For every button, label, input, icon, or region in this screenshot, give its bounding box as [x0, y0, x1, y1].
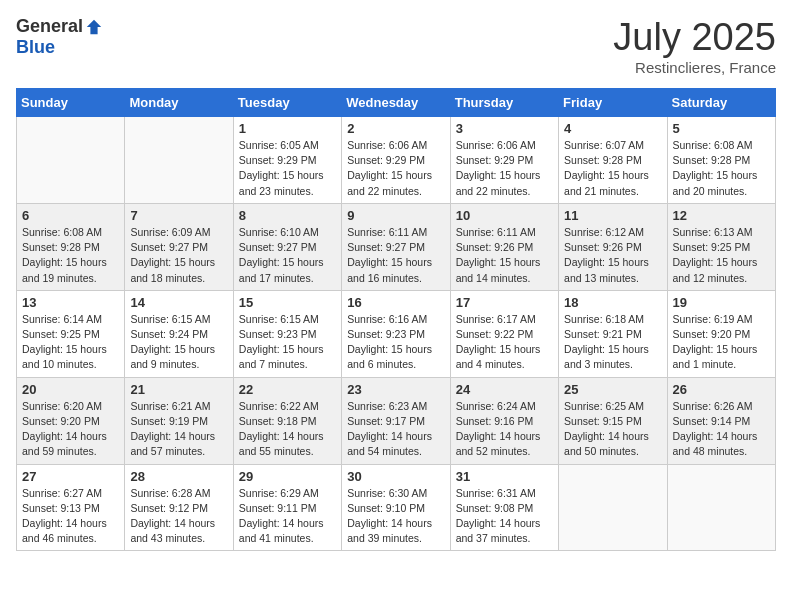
weekday-header-row: SundayMondayTuesdayWednesdayThursdayFrid… — [17, 89, 776, 117]
day-info: Sunrise: 6:15 AM Sunset: 9:23 PM Dayligh… — [239, 312, 336, 373]
day-info: Sunrise: 6:28 AM Sunset: 9:12 PM Dayligh… — [130, 486, 227, 547]
calendar-cell: 19Sunrise: 6:19 AM Sunset: 9:20 PM Dayli… — [667, 290, 775, 377]
day-info: Sunrise: 6:23 AM Sunset: 9:17 PM Dayligh… — [347, 399, 444, 460]
calendar-cell: 22Sunrise: 6:22 AM Sunset: 9:18 PM Dayli… — [233, 377, 341, 464]
calendar-cell: 2Sunrise: 6:06 AM Sunset: 9:29 PM Daylig… — [342, 117, 450, 204]
day-info: Sunrise: 6:05 AM Sunset: 9:29 PM Dayligh… — [239, 138, 336, 199]
calendar-cell: 7Sunrise: 6:09 AM Sunset: 9:27 PM Daylig… — [125, 203, 233, 290]
day-info: Sunrise: 6:06 AM Sunset: 9:29 PM Dayligh… — [347, 138, 444, 199]
day-number: 29 — [239, 469, 336, 484]
day-number: 24 — [456, 382, 553, 397]
logo-general-text: General — [16, 16, 83, 37]
day-info: Sunrise: 6:14 AM Sunset: 9:25 PM Dayligh… — [22, 312, 119, 373]
day-number: 4 — [564, 121, 661, 136]
calendar-cell: 31Sunrise: 6:31 AM Sunset: 9:08 PM Dayli… — [450, 464, 558, 551]
day-info: Sunrise: 6:24 AM Sunset: 9:16 PM Dayligh… — [456, 399, 553, 460]
day-info: Sunrise: 6:12 AM Sunset: 9:26 PM Dayligh… — [564, 225, 661, 286]
calendar-week-row: 1Sunrise: 6:05 AM Sunset: 9:29 PM Daylig… — [17, 117, 776, 204]
day-info: Sunrise: 6:27 AM Sunset: 9:13 PM Dayligh… — [22, 486, 119, 547]
calendar-cell: 14Sunrise: 6:15 AM Sunset: 9:24 PM Dayli… — [125, 290, 233, 377]
calendar-cell: 12Sunrise: 6:13 AM Sunset: 9:25 PM Dayli… — [667, 203, 775, 290]
day-number: 25 — [564, 382, 661, 397]
calendar-cell: 16Sunrise: 6:16 AM Sunset: 9:23 PM Dayli… — [342, 290, 450, 377]
day-info: Sunrise: 6:10 AM Sunset: 9:27 PM Dayligh… — [239, 225, 336, 286]
day-info: Sunrise: 6:11 AM Sunset: 9:27 PM Dayligh… — [347, 225, 444, 286]
day-number: 16 — [347, 295, 444, 310]
calendar-cell: 4Sunrise: 6:07 AM Sunset: 9:28 PM Daylig… — [559, 117, 667, 204]
day-number: 23 — [347, 382, 444, 397]
day-info: Sunrise: 6:19 AM Sunset: 9:20 PM Dayligh… — [673, 312, 770, 373]
day-info: Sunrise: 6:25 AM Sunset: 9:15 PM Dayligh… — [564, 399, 661, 460]
day-number: 2 — [347, 121, 444, 136]
weekday-header: Wednesday — [342, 89, 450, 117]
day-number: 18 — [564, 295, 661, 310]
day-number: 30 — [347, 469, 444, 484]
day-number: 15 — [239, 295, 336, 310]
day-number: 7 — [130, 208, 227, 223]
day-number: 8 — [239, 208, 336, 223]
calendar-cell — [125, 117, 233, 204]
day-info: Sunrise: 6:07 AM Sunset: 9:28 PM Dayligh… — [564, 138, 661, 199]
calendar-cell: 11Sunrise: 6:12 AM Sunset: 9:26 PM Dayli… — [559, 203, 667, 290]
calendar-cell: 13Sunrise: 6:14 AM Sunset: 9:25 PM Dayli… — [17, 290, 125, 377]
calendar-cell: 23Sunrise: 6:23 AM Sunset: 9:17 PM Dayli… — [342, 377, 450, 464]
weekday-header: Tuesday — [233, 89, 341, 117]
calendar-cell: 3Sunrise: 6:06 AM Sunset: 9:29 PM Daylig… — [450, 117, 558, 204]
day-info: Sunrise: 6:15 AM Sunset: 9:24 PM Dayligh… — [130, 312, 227, 373]
day-number: 11 — [564, 208, 661, 223]
logo-blue-text: Blue — [16, 37, 55, 58]
day-number: 13 — [22, 295, 119, 310]
day-number: 27 — [22, 469, 119, 484]
day-number: 31 — [456, 469, 553, 484]
svg-marker-0 — [87, 19, 101, 33]
day-info: Sunrise: 6:11 AM Sunset: 9:26 PM Dayligh… — [456, 225, 553, 286]
calendar-cell — [17, 117, 125, 204]
logo-icon — [85, 18, 103, 36]
day-info: Sunrise: 6:30 AM Sunset: 9:10 PM Dayligh… — [347, 486, 444, 547]
day-info: Sunrise: 6:22 AM Sunset: 9:18 PM Dayligh… — [239, 399, 336, 460]
day-number: 6 — [22, 208, 119, 223]
day-number: 1 — [239, 121, 336, 136]
calendar-cell: 30Sunrise: 6:30 AM Sunset: 9:10 PM Dayli… — [342, 464, 450, 551]
calendar-week-row: 6Sunrise: 6:08 AM Sunset: 9:28 PM Daylig… — [17, 203, 776, 290]
day-number: 10 — [456, 208, 553, 223]
calendar-cell: 24Sunrise: 6:24 AM Sunset: 9:16 PM Dayli… — [450, 377, 558, 464]
calendar-cell: 5Sunrise: 6:08 AM Sunset: 9:28 PM Daylig… — [667, 117, 775, 204]
calendar-cell: 18Sunrise: 6:18 AM Sunset: 9:21 PM Dayli… — [559, 290, 667, 377]
day-number: 3 — [456, 121, 553, 136]
day-info: Sunrise: 6:29 AM Sunset: 9:11 PM Dayligh… — [239, 486, 336, 547]
title-section: July 2025 Restinclieres, France — [613, 16, 776, 76]
month-title: July 2025 — [613, 16, 776, 59]
logo: General Blue — [16, 16, 103, 58]
weekday-header: Saturday — [667, 89, 775, 117]
weekday-header: Friday — [559, 89, 667, 117]
day-info: Sunrise: 6:16 AM Sunset: 9:23 PM Dayligh… — [347, 312, 444, 373]
calendar-cell: 17Sunrise: 6:17 AM Sunset: 9:22 PM Dayli… — [450, 290, 558, 377]
day-info: Sunrise: 6:18 AM Sunset: 9:21 PM Dayligh… — [564, 312, 661, 373]
day-info: Sunrise: 6:31 AM Sunset: 9:08 PM Dayligh… — [456, 486, 553, 547]
location: Restinclieres, France — [613, 59, 776, 76]
day-number: 5 — [673, 121, 770, 136]
day-info: Sunrise: 6:08 AM Sunset: 9:28 PM Dayligh… — [22, 225, 119, 286]
weekday-header: Thursday — [450, 89, 558, 117]
day-number: 26 — [673, 382, 770, 397]
calendar-cell: 6Sunrise: 6:08 AM Sunset: 9:28 PM Daylig… — [17, 203, 125, 290]
weekday-header: Monday — [125, 89, 233, 117]
day-number: 22 — [239, 382, 336, 397]
day-number: 28 — [130, 469, 227, 484]
day-number: 12 — [673, 208, 770, 223]
day-number: 20 — [22, 382, 119, 397]
calendar-cell: 29Sunrise: 6:29 AM Sunset: 9:11 PM Dayli… — [233, 464, 341, 551]
day-info: Sunrise: 6:13 AM Sunset: 9:25 PM Dayligh… — [673, 225, 770, 286]
calendar-cell — [559, 464, 667, 551]
day-number: 14 — [130, 295, 227, 310]
day-number: 9 — [347, 208, 444, 223]
day-info: Sunrise: 6:20 AM Sunset: 9:20 PM Dayligh… — [22, 399, 119, 460]
day-info: Sunrise: 6:17 AM Sunset: 9:22 PM Dayligh… — [456, 312, 553, 373]
calendar-cell: 26Sunrise: 6:26 AM Sunset: 9:14 PM Dayli… — [667, 377, 775, 464]
calendar-table: SundayMondayTuesdayWednesdayThursdayFrid… — [16, 88, 776, 551]
day-number: 19 — [673, 295, 770, 310]
weekday-header: Sunday — [17, 89, 125, 117]
day-info: Sunrise: 6:06 AM Sunset: 9:29 PM Dayligh… — [456, 138, 553, 199]
calendar-cell: 1Sunrise: 6:05 AM Sunset: 9:29 PM Daylig… — [233, 117, 341, 204]
